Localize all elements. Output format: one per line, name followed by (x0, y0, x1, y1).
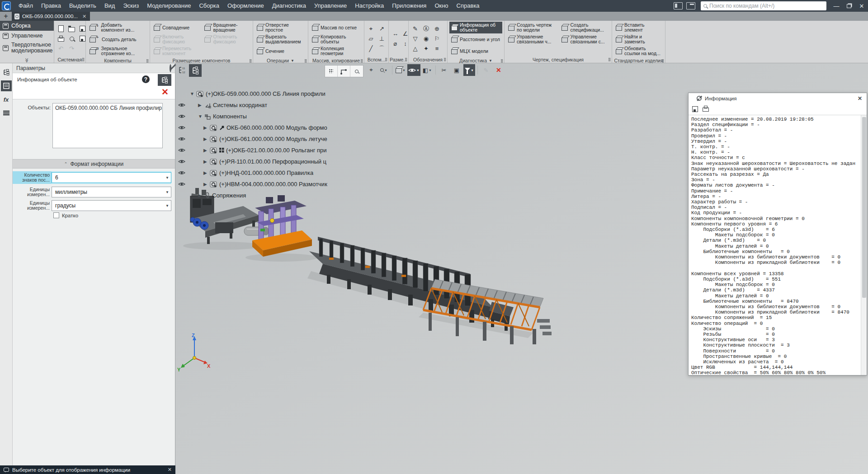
visibility-eye-icon[interactable] (177, 103, 186, 108)
visibility-eye-icon[interactable] (177, 170, 186, 175)
collapse-icon[interactable]: ▼ (198, 114, 204, 119)
objects-tree-toggle-icon[interactable] (158, 74, 171, 86)
section-view-button[interactable]: ◧▼ (421, 64, 433, 76)
command-search[interactable] (701, 1, 826, 10)
angle-units-select[interactable]: градусы ▼ (52, 200, 171, 211)
expand-icon[interactable]: ▶ (203, 170, 210, 175)
mirror-component-button[interactable]: ⇄ Зеркальное отражение ко... (88, 45, 148, 57)
expand-icon[interactable]: ▶ (198, 193, 204, 198)
create-part-button[interactable]: ＋ Создать деталь (88, 33, 148, 45)
print-icon[interactable] (56, 34, 66, 43)
distance-angle-button[interactable]: Расстояние и угол (449, 33, 502, 45)
roughness-icon[interactable]: ▽ (410, 34, 420, 43)
information-window-titlebar[interactable]: Информация ✕ (689, 93, 867, 103)
copy-objects-button[interactable]: Копировать объекты (310, 33, 362, 45)
simple-hole-button[interactable]: Отверстие простое (255, 22, 306, 33)
window-grip-icon[interactable] (691, 96, 693, 101)
scrollbar[interactable] (861, 115, 867, 375)
gear-icon[interactable] (170, 64, 171, 72)
leader-icon[interactable]: △ (410, 44, 420, 53)
linear-dimension-icon[interactable]: ↔ (391, 29, 400, 38)
geometry-collection-button[interactable]: Коллекция геометрии (310, 45, 362, 57)
visibility-eye-icon[interactable] (177, 136, 186, 141)
tree-row-nvm-004[interactable]: ▶ (+)НВМ-004.000.000.000.000 Размотчик (175, 178, 365, 190)
group-handle-icon[interactable] (662, 59, 664, 63)
mode-solid-modeling[interactable]: Твердотельное моделирование (0, 41, 54, 55)
cut-button[interactable]: ✂ (438, 64, 450, 76)
menu-item-view[interactable]: Вид (100, 0, 119, 12)
marker-icon[interactable]: ⚐ (432, 34, 442, 43)
3d-viewport[interactable]: Z Y X 1112 ⌖ ▼ ▼ ▼ (175, 63, 868, 474)
display-mode-button[interactable]: ▼ (407, 64, 420, 76)
note-icon[interactable]: ✎ (410, 24, 420, 33)
group-expand-icon[interactable]: ▼ (291, 59, 294, 63)
aux-axis-icon[interactable]: ↗ (377, 24, 387, 33)
create-specification-button[interactable]: Создать спецификаци... (560, 22, 610, 33)
group-handle-icon[interactable] (385, 58, 387, 61)
menu-item-layout[interactable]: Оформление (223, 0, 268, 12)
length-units-select[interactable]: миллиметры ▼ (52, 187, 171, 197)
model-press-module[interactable] (252, 195, 312, 257)
aux-perpendicular-icon[interactable]: ⊥ (377, 34, 387, 43)
mass-properties-button[interactable]: МЦХ модели (449, 45, 502, 57)
group-handle-icon[interactable] (361, 59, 363, 63)
tree-panel-icon[interactable] (1, 67, 12, 78)
manage-linked-drawings-button[interactable]: Управление связанными ч... (506, 33, 559, 45)
print-preview-icon[interactable] (67, 34, 76, 43)
cut-extrude-button[interactable]: Вырезать выдавливанием (255, 33, 306, 45)
grid-array-button[interactable]: Массив по сетке (310, 22, 362, 33)
minimize-button[interactable]: — (830, 0, 843, 12)
menu-item-assembly[interactable]: Сборка (195, 0, 223, 12)
insert-element-button[interactable]: Вставить элемент (614, 22, 663, 33)
manage-linked-specs-button[interactable]: Управление связанными с... (560, 33, 610, 45)
menu-item-management[interactable]: Управление (310, 0, 351, 12)
tab-close-icon[interactable]: ✕ (82, 14, 86, 19)
menu-item-select[interactable]: Выделить (65, 0, 100, 12)
weld-icon[interactable]: ✦ (421, 44, 431, 53)
tree-row-components[interactable]: ▼ Компоненты (175, 111, 365, 122)
restore-button[interactable] (843, 0, 855, 12)
coincidence-button[interactable]: Совпадение (152, 22, 202, 33)
tree-row-mates[interactable]: ▶ Сопряжения (175, 190, 365, 201)
group-handle-icon[interactable] (405, 58, 407, 61)
new-tab-button[interactable]: + (0, 12, 12, 21)
new-document-icon[interactable] (56, 24, 66, 33)
aux-line-icon[interactable]: ╱ (366, 44, 376, 53)
open-document-icon[interactable] (67, 24, 76, 33)
brief-checkbox[interactable] (53, 212, 59, 218)
expand-icon[interactable]: ▶ (198, 103, 204, 108)
help-icon[interactable]: ? (142, 75, 150, 83)
panel-menu-icon[interactable] (1, 108, 12, 118)
tree-structure-view-icon[interactable] (189, 64, 202, 77)
expand-icon[interactable]: ▼ (190, 91, 196, 96)
tree-row-okb-061[interactable]: ▶ (+)ОКБ-061.000.000.000 Модуль летуче (175, 133, 365, 145)
tree-composition-view-icon[interactable]: 1112 (176, 64, 188, 76)
expand-icon[interactable]: ▶ (203, 159, 210, 164)
expand-icon[interactable]: ▶ (203, 125, 210, 130)
group-handle-icon[interactable] (82, 58, 85, 61)
datum-icon[interactable]: Ⓐ (421, 24, 431, 33)
abort-command-icon[interactable]: ✕ (161, 88, 169, 96)
scrollbar-thumb[interactable] (862, 117, 866, 298)
decimal-places-select[interactable]: 6 ▼ (52, 172, 171, 183)
close-button[interactable]: ✕ (855, 0, 868, 12)
abort-button[interactable]: ✕ (493, 64, 505, 76)
add-component-button[interactable]: ↴ Добавить компонент из... (88, 22, 148, 33)
object-info-button[interactable]: Информация об объекте (449, 22, 502, 33)
group-handle-icon[interactable] (444, 58, 446, 61)
objects-field[interactable]: ОКБ-059.000.000.000 СБ Линия профилир... (52, 103, 163, 148)
visibility-eye-icon[interactable] (177, 125, 186, 130)
layout-panels-icon[interactable] (674, 2, 683, 9)
group-handle-icon[interactable] (305, 59, 307, 63)
label-icon[interactable]: ≡ (432, 44, 442, 53)
ribbon-collapse-chevron-icon[interactable]: ≫ (0, 56, 54, 63)
aux-point-icon[interactable]: ⌖ (366, 24, 376, 33)
tree-row-coordinate-systems[interactable]: ▶ Системы координат (175, 99, 365, 111)
tree-row-okb-021[interactable]: ▶ (+)ОКБ-021.00.00.00.00 Рольганг при (175, 145, 365, 156)
menu-item-applications[interactable]: Приложения (388, 0, 430, 12)
center-mark-icon[interactable]: ⊕ (432, 24, 442, 33)
aux-curve-icon[interactable]: ⌒ (377, 44, 387, 53)
tree-row-nnd-001[interactable]: ▶ (+)ННД-001.000.000.000 Правилка (175, 167, 365, 178)
parameters-panel-icon[interactable] (1, 80, 12, 91)
menu-item-diagnostics[interactable]: Диагностика (268, 0, 310, 12)
